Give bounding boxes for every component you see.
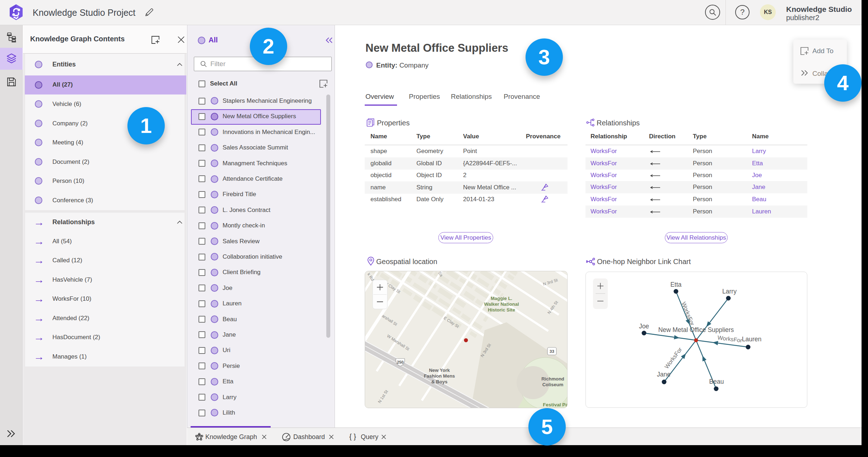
svg-text:New Metal Office Suppliers: New Metal Office Suppliers	[658, 326, 734, 333]
svg-text:33: 33	[550, 349, 554, 354]
svg-text:Richmond: Richmond	[541, 376, 564, 382]
svg-text:Walker National: Walker National	[484, 301, 519, 307]
svg-text:Larry: Larry	[722, 288, 737, 295]
svg-text:Etta: Etta	[670, 281, 681, 288]
svg-text:Fashion Mens: Fashion Mens	[424, 373, 455, 379]
svg-text:Historic Site: Historic Site	[488, 307, 515, 313]
svg-text:Beau: Beau	[709, 378, 724, 385]
svg-text:WorksFor: WorksFor	[663, 346, 683, 370]
svg-text:Lauren: Lauren	[742, 336, 762, 343]
svg-text:Coliseum: Coliseum	[542, 382, 564, 387]
svg-text:New York: New York	[429, 368, 450, 373]
svg-text:250: 250	[397, 360, 403, 364]
svg-text:WorksFor: WorksFor	[717, 334, 743, 343]
svg-text:Jane: Jane	[657, 371, 671, 378]
svg-text:Festival Park: Festival Park	[543, 402, 568, 407]
svg-text:Maggie L.: Maggie L.	[491, 296, 512, 301]
svg-text:Joe: Joe	[639, 323, 649, 330]
svg-text:& Boys: & Boys	[431, 379, 448, 384]
